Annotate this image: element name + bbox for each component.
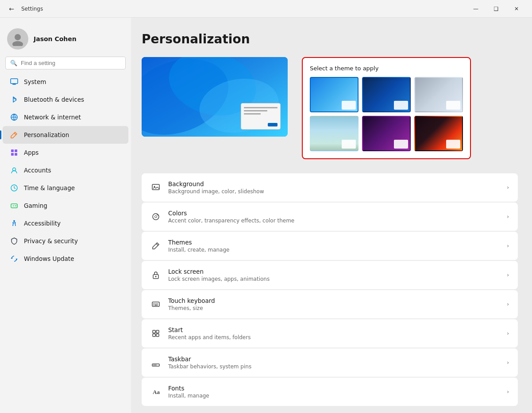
titlebar-title: Settings [21, 6, 43, 12]
search-box[interactable]: 🔍 [5, 57, 126, 69]
sidebar-item-accounts[interactable]: Accounts [3, 161, 128, 179]
taskbar-title: Taskbar [168, 356, 500, 363]
svg-line-32 [156, 244, 158, 245]
user-section[interactable]: Jason Cohen [0, 21, 131, 55]
theme-mini-ui-sunrise [446, 140, 460, 149]
background-title: Background [168, 180, 500, 187]
sidebar-item-privacy[interactable]: Privacy & security [3, 232, 128, 250]
themes-chevron: › [507, 243, 509, 249]
themes-text: ThemesInstall, create, manage [168, 239, 500, 253]
settings-item-themes[interactable]: ThemesInstall, create, manage› [142, 232, 518, 260]
sidebar-item-label-time: Time & language [24, 184, 75, 191]
touchkeyboard-icon [150, 299, 161, 310]
user-name: Jason Cohen [34, 35, 77, 42]
sidebar-item-apps[interactable]: Apps [3, 144, 128, 161]
svg-point-1 [12, 41, 23, 46]
background-subtitle: Background image, color, slideshow [168, 188, 500, 195]
svg-rect-2 [11, 79, 18, 84]
privacy-nav-icon [10, 237, 19, 245]
app-body: Jason Cohen 🔍 SystemBluetooth & devicesN… [0, 18, 532, 413]
svg-rect-10 [11, 153, 14, 156]
taskbar-chevron: › [507, 359, 509, 366]
start-title: Start [168, 326, 500, 333]
svg-text:Aa: Aa [153, 389, 160, 395]
theme-card-windows-dark[interactable]: Windows (dark), 1 images [362, 77, 411, 112]
close-button[interactable]: ✕ [506, 0, 527, 18]
settings-item-lockscreen[interactable]: Lock screenLock screen images, apps, ani… [142, 261, 518, 289]
sidebar-item-gaming[interactable]: Gaming [3, 197, 128, 214]
theme-selector-title: Select a theme to apply [310, 65, 463, 72]
svg-rect-35 [152, 302, 159, 306]
theme-card-glow[interactable] [414, 77, 463, 112]
theme-card-sunrise[interactable] [414, 116, 463, 151]
sidebar-item-label-bluetooth: Bluetooth & devices [24, 96, 84, 103]
settings-item-start[interactable]: StartRecent apps and items, folders› [142, 319, 518, 348]
system-nav-icon [10, 77, 19, 86]
minimize-button[interactable]: — [466, 0, 486, 18]
theme-card-dawn[interactable] [310, 116, 359, 151]
touchkeyboard-chevron: › [507, 301, 509, 307]
window-controls: — ❑ ✕ [466, 0, 527, 18]
colors-text: ColorsAccent color, transparency effects… [168, 210, 500, 224]
maximize-button[interactable]: ❑ [486, 0, 506, 18]
touchkeyboard-subtitle: Themes, size [168, 305, 500, 311]
sidebar-item-label-system: System [24, 78, 46, 85]
sidebar-item-update[interactable]: Windows Update [3, 250, 128, 268]
sidebar-item-label-accounts: Accounts [24, 167, 51, 174]
settings-item-background[interactable]: BackgroundBackground image, color, slide… [142, 173, 518, 202]
theme-card-windows-light[interactable] [310, 77, 359, 112]
svg-point-19 [15, 206, 15, 206]
sidebar-item-label-network: Network & internet [24, 114, 81, 121]
theme-mini-ui-windows-light [342, 101, 356, 110]
colors-subtitle: Accent color, transparency effects, colo… [168, 218, 500, 224]
lockscreen-title: Lock screen [168, 268, 500, 275]
themes-icon [150, 241, 161, 251]
themes-title: Themes [168, 239, 500, 246]
preview-dialog [241, 103, 281, 130]
theme-grid: Windows (dark), 1 images [310, 77, 463, 151]
svg-rect-44 [156, 330, 159, 333]
update-nav-icon [10, 254, 19, 263]
top-section: Select a theme to apply Windows (dark), … [142, 57, 518, 170]
sidebar-item-label-personalization: Personalization [24, 131, 69, 138]
wallpaper-preview [142, 57, 288, 137]
avatar [7, 28, 28, 50]
dialog-line-3 [244, 113, 261, 115]
sidebar-item-personalization[interactable]: Personalization [3, 126, 128, 144]
sidebar-item-time[interactable]: Time & language [3, 179, 128, 197]
theme-mini-ui-windows-dark [394, 101, 408, 110]
page-title: Personalization [142, 32, 518, 46]
sidebar-item-network[interactable]: Network & internet [3, 108, 128, 126]
svg-point-31 [155, 216, 157, 218]
search-input[interactable] [21, 60, 121, 66]
sidebar-item-bluetooth[interactable]: Bluetooth & devices [3, 91, 128, 108]
sidebar-item-accessibility[interactable]: Accessibility [3, 214, 128, 232]
svg-rect-8 [11, 149, 14, 152]
fonts-chevron: › [507, 389, 509, 395]
dialog-line-2 [244, 110, 267, 111]
svg-rect-45 [153, 334, 155, 337]
start-icon [150, 328, 161, 339]
back-button[interactable]: ← [5, 3, 18, 15]
svg-rect-9 [15, 149, 17, 152]
settings-item-taskbar[interactable]: TaskbarTaskbar behaviors, system pins› [142, 348, 518, 377]
theme-card-flow[interactable] [362, 116, 411, 151]
accounts-nav-icon [10, 166, 19, 175]
svg-line-15 [14, 188, 15, 189]
gaming-nav-icon [10, 201, 19, 210]
sidebar: Jason Cohen 🔍 SystemBluetooth & devicesN… [0, 18, 131, 413]
fonts-subtitle: Install, manage [168, 393, 500, 399]
start-text: StartRecent apps and items, folders [168, 326, 500, 340]
settings-item-touchkeyboard[interactable]: Touch keyboardThemes, size› [142, 290, 518, 318]
svg-rect-4 [13, 84, 15, 84]
theme-mini-ui-flow [394, 140, 408, 149]
sidebar-item-label-privacy: Privacy & security [24, 237, 78, 245]
sidebar-item-label-accessibility: Accessibility [24, 220, 61, 227]
accessibility-nav-icon [10, 219, 19, 228]
settings-item-colors[interactable]: ColorsAccent color, transparency effects… [142, 203, 518, 231]
fonts-icon: Aa [150, 386, 161, 397]
svg-point-21 [13, 220, 15, 222]
sidebar-item-system[interactable]: System [3, 73, 128, 91]
settings-item-fonts[interactable]: AaFontsInstall, manage› [142, 378, 518, 406]
sidebar-item-label-update: Windows Update [24, 255, 74, 262]
